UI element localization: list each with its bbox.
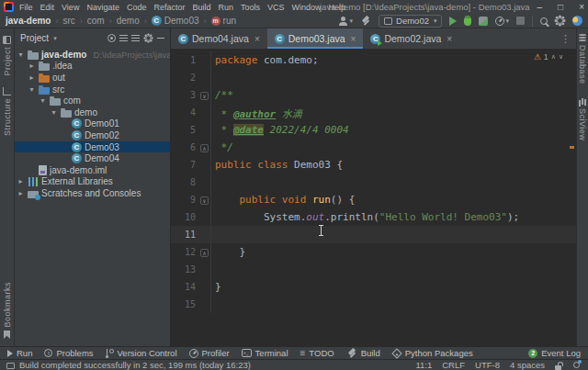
- tree-item-src[interactable]: ▾src: [15, 84, 170, 95]
- avatar-icon[interactable]: [572, 16, 582, 26]
- prev-issue-icon[interactable]: ∧: [551, 53, 556, 61]
- menu-view[interactable]: View: [58, 3, 83, 12]
- tree-item-demo02[interactable]: CDemo02: [15, 129, 170, 141]
- menu-tools[interactable]: Tools: [237, 3, 264, 12]
- tree-item-demo04[interactable]: CDemo04: [15, 152, 170, 164]
- tree-arrow-icon[interactable]: ▾: [39, 96, 47, 105]
- code-line-14[interactable]: 14}: [171, 278, 576, 296]
- tree-item--idea[interactable]: ▸.idea: [15, 61, 170, 73]
- menu-refactor[interactable]: Refactor: [150, 3, 188, 12]
- tool-window-run[interactable]: Run: [7, 348, 32, 358]
- locate-file-icon[interactable]: [107, 34, 116, 42]
- lock-icon[interactable]: [555, 365, 561, 370]
- fold-marker-icon[interactable]: ∧: [200, 144, 209, 152]
- code-line-7[interactable]: 7public class Demo03 {: [171, 156, 576, 174]
- fold-marker-icon[interactable]: ∧: [200, 249, 209, 257]
- breadcrumb-com[interactable]: com: [87, 16, 105, 26]
- tree-arrow-icon[interactable]: ▾: [17, 50, 25, 59]
- tree-item-demo03[interactable]: CDemo03: [15, 141, 170, 153]
- code-line-10[interactable]: 10 System.out.println("Hello World! Demo…: [171, 208, 576, 226]
- line-separator[interactable]: CRLF: [442, 360, 465, 370]
- stop-button[interactable]: [516, 17, 525, 25]
- expand-all-icon[interactable]: [119, 38, 128, 39]
- warning-stripe-mark[interactable]: [570, 146, 574, 149]
- tree-item-java-demo[interactable]: ▾java-demoD:\IdeaProjects\java-demo: [15, 49, 170, 61]
- menu-vcs[interactable]: VCS: [264, 3, 288, 12]
- collapse-all-icon[interactable]: [131, 38, 140, 39]
- indent-setting[interactable]: 4 spaces: [510, 360, 545, 370]
- settings-gear-icon[interactable]: [557, 17, 563, 24]
- event-log-button[interactable]: 2 Event Log: [528, 348, 581, 358]
- tool-window-problems[interactable]: !Problems: [44, 348, 93, 358]
- breadcrumb-demo03[interactable]: CDemo03: [152, 16, 199, 26]
- tool-window-profiler[interactable]: Profiler: [189, 348, 230, 358]
- tab-demo04-java[interactable]: CDemo04.java×: [171, 28, 267, 49]
- panel-settings-gear-icon[interactable]: [146, 36, 152, 41]
- tool-window-build[interactable]: Build: [346, 348, 380, 359]
- close-button[interactable]: ×: [579, 0, 584, 14]
- menu-code[interactable]: Code: [123, 3, 151, 12]
- tool-window-version-control[interactable]: Version Control: [106, 348, 177, 358]
- tab-options-icon[interactable]: ⋮: [555, 28, 576, 49]
- breadcrumb-java-demo[interactable]: java-demo: [6, 16, 51, 26]
- menu-file[interactable]: File: [16, 3, 37, 12]
- stripe-item-project[interactable]: Project: [3, 36, 12, 76]
- hide-panel-icon[interactable]: [157, 38, 164, 39]
- tree-item-demo01[interactable]: CDemo01: [15, 118, 170, 130]
- code-line-15[interactable]: 15: [171, 296, 576, 313]
- stripe-item-database[interactable]: Database: [578, 34, 587, 84]
- code-line-12[interactable]: 12∧ }: [171, 243, 576, 261]
- tab-close-icon[interactable]: ×: [447, 34, 452, 44]
- code-line-6[interactable]: 6∧ */: [171, 139, 576, 156]
- code-line-2[interactable]: 2: [171, 69, 576, 86]
- project-panel-title[interactable]: Project: [20, 33, 49, 43]
- menu-build[interactable]: Build: [188, 3, 214, 12]
- fold-marker-icon[interactable]: ∨: [200, 92, 209, 100]
- fold-marker-icon[interactable]: ∨: [200, 196, 209, 205]
- code-line-1[interactable]: 1package com.demo;: [171, 51, 576, 69]
- breadcrumb-demo[interactable]: demo: [117, 16, 140, 26]
- tree-item-external-libraries[interactable]: ▸External Libraries: [15, 176, 170, 188]
- run-configuration-select[interactable]: Demo02 ▾: [379, 15, 442, 28]
- menu-edit[interactable]: Edit: [37, 3, 59, 12]
- caret-position[interactable]: 11:1: [415, 360, 432, 370]
- code-editor[interactable]: 1package com.demo;23∨/**4 * @author 水滴5 …: [171, 49, 576, 346]
- tree-item-scratches-and-consoles[interactable]: ▸Scratches and Consoles: [15, 187, 170, 199]
- tree-arrow-icon[interactable]: ▸: [28, 62, 36, 70]
- code-line-9[interactable]: 9∨ public void run() {: [171, 191, 576, 208]
- tree-item-out[interactable]: ▸out: [15, 72, 170, 84]
- search-icon[interactable]: [540, 17, 548, 25]
- tree-item-com[interactable]: ▾com: [15, 95, 170, 107]
- tree-arrow-icon[interactable]: ▸: [17, 177, 25, 185]
- debug-button[interactable]: [464, 17, 471, 26]
- profiler-button[interactable]: ▾: [495, 17, 509, 26]
- file-encoding[interactable]: UTF-8: [475, 360, 500, 370]
- tab-close-icon[interactable]: ×: [351, 34, 356, 44]
- maximize-button[interactable]: □: [558, 0, 563, 14]
- code-line-5[interactable]: 5 * @date 2022/4/4 0004: [171, 121, 576, 139]
- coverage-button[interactable]: [479, 17, 488, 26]
- minimize-button[interactable]: –: [537, 0, 543, 14]
- user-button[interactable]: ▾: [338, 17, 354, 26]
- breadcrumb-src[interactable]: src: [62, 16, 74, 26]
- tab-demo03-java[interactable]: CDemo03.java×: [267, 28, 364, 49]
- tree-arrow-icon[interactable]: ▾: [28, 85, 36, 94]
- menu-navigate[interactable]: Navigate: [83, 3, 123, 12]
- stripe-item-bookmarks[interactable]: Bookmarks: [3, 282, 12, 339]
- run-button[interactable]: [449, 17, 457, 26]
- chevron-down-icon[interactable]: ▾: [53, 35, 57, 42]
- code-line-8[interactable]: 8: [171, 174, 576, 191]
- code-line-13[interactable]: 13: [171, 261, 576, 278]
- tree-arrow-icon[interactable]: ▾: [50, 108, 58, 117]
- menu-run[interactable]: Run: [214, 3, 237, 12]
- stripe-item-sciview[interactable]: SciView: [578, 97, 587, 140]
- breadcrumb-run[interactable]: mrun: [211, 16, 236, 26]
- tree-item-java-demo-iml[interactable]: java-demo.iml: [15, 164, 170, 176]
- tab-close-icon[interactable]: ×: [254, 34, 260, 44]
- tree-item-demo[interactable]: ▾demo: [15, 107, 170, 118]
- next-issue-icon[interactable]: ∨: [559, 53, 563, 61]
- tool-window-python-packages[interactable]: Python Packages: [392, 348, 473, 358]
- code-line-4[interactable]: 4 * @author 水滴: [171, 104, 576, 121]
- tool-window-todo[interactable]: ≡TODO: [300, 348, 334, 358]
- build-hammer-icon[interactable]: [360, 16, 371, 27]
